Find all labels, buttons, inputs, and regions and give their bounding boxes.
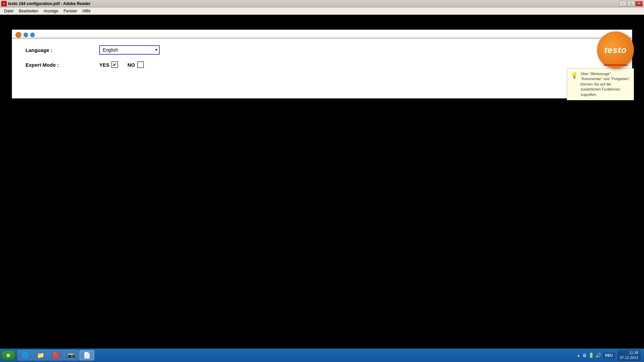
title-bar: A testo 184 configuration.pdf - Adobe Re… bbox=[0, 0, 644, 7]
menu-anzeige[interactable]: Anzeige bbox=[41, 8, 61, 14]
taskbar: ⊞ 🌐 📁 🔴 📷 📄 ▲ 🖥 🔋 🔊 DEU 11:38 07.12.2013 bbox=[0, 349, 644, 362]
language-label: Language : bbox=[25, 47, 99, 53]
tooltip-box: 💡 Über "Werkzeuge", "Kommentar" und "Fre… bbox=[567, 68, 634, 100]
taskbar-explorer[interactable]: 📁 bbox=[33, 350, 48, 360]
volume-icon: 🔊 bbox=[595, 353, 601, 358]
expert-mode-options: YES ✔ NO bbox=[99, 61, 147, 68]
menu-bar: Datei Bearbeiten Anzeige Fenster Hilfe bbox=[0, 7, 644, 15]
network-icon: 🖥 bbox=[582, 353, 587, 358]
testo-logo: testo bbox=[597, 32, 634, 68]
taskbar-reader[interactable]: 📄 bbox=[79, 350, 94, 360]
explorer-icon: 📁 bbox=[37, 352, 44, 359]
no-label: NO bbox=[127, 62, 135, 68]
close-button[interactable]: ✕ bbox=[635, 1, 643, 6]
minimize-button[interactable]: − bbox=[619, 1, 627, 6]
clock[interactable]: 11:38 07.12.2013 bbox=[617, 349, 641, 362]
language-indicator[interactable]: DEU bbox=[603, 353, 615, 358]
title-bar-left: A testo 184 configuration.pdf - Adobe Re… bbox=[1, 1, 91, 6]
yes-checkbox[interactable]: ✔ bbox=[111, 61, 118, 68]
menu-datei[interactable]: Datei bbox=[1, 8, 16, 14]
reader-icon: 📄 bbox=[83, 352, 91, 359]
window-title: testo 184 configuration.pdf - Adobe Read… bbox=[8, 1, 91, 6]
language-select[interactable]: English Deutsch Français bbox=[99, 45, 160, 55]
clock-time: 11:38 bbox=[620, 350, 638, 355]
taskbar-chrome[interactable]: 🔴 bbox=[49, 350, 63, 360]
no-checkbox[interactable] bbox=[137, 61, 144, 68]
menu-hilfe[interactable]: Hilfe bbox=[80, 8, 93, 14]
pdf-page: Language : English Deutsch Français ▼ Ex… bbox=[12, 38, 632, 99]
camera-icon: 📷 bbox=[68, 352, 75, 359]
menu-bearbeiten[interactable]: Bearbeiten bbox=[16, 8, 41, 14]
expert-mode-label: Expert Mode : bbox=[25, 62, 99, 68]
expert-mode-row: Expert Mode : YES ✔ NO bbox=[25, 61, 619, 68]
taskbar-ie[interactable]: 🌐 bbox=[18, 350, 33, 360]
start-icon: ⊞ bbox=[6, 353, 10, 358]
nav-dot-blue2 bbox=[30, 33, 35, 37]
restore-button[interactable]: □ bbox=[627, 1, 635, 6]
window-controls[interactable]: − □ ✕ bbox=[619, 1, 643, 6]
lightbulb-icon: 💡 bbox=[571, 71, 578, 80]
nav-dot-blue bbox=[23, 33, 28, 37]
testo-logo-text: testo bbox=[604, 45, 627, 55]
clock-date: 07.12.2013 bbox=[620, 355, 638, 360]
nav-dot-orange bbox=[15, 32, 21, 38]
ie-icon: 🌐 bbox=[21, 352, 29, 359]
tooltip-text: Über "Werkzeuge", "Kommentar" und "Freig… bbox=[581, 71, 630, 97]
menu-fenster[interactable]: Fenster bbox=[61, 8, 80, 14]
chrome-icon: 🔴 bbox=[52, 352, 60, 359]
tray-expand-icon[interactable]: ▲ bbox=[577, 354, 580, 357]
battery-icon: 🔋 bbox=[588, 353, 594, 358]
language-dropdown-wrapper[interactable]: English Deutsch Français ▼ bbox=[99, 45, 160, 55]
content-area: Language : English Deutsch Français ▼ Ex… bbox=[0, 15, 644, 349]
app-icon: A bbox=[1, 1, 7, 6]
taskbar-right: ▲ 🖥 🔋 🔊 DEU 11:38 07.12.2013 bbox=[577, 349, 643, 362]
testo-panel: testo 💡 Über "Werkzeuge", "Kommentar" un… bbox=[567, 32, 634, 100]
yes-label: YES bbox=[99, 62, 109, 68]
system-tray: 🖥 🔋 🔊 bbox=[582, 353, 601, 358]
taskbar-camera[interactable]: 📷 bbox=[64, 350, 79, 360]
language-row: Language : English Deutsch Français ▼ bbox=[25, 45, 619, 55]
start-button[interactable]: ⊞ bbox=[1, 350, 15, 360]
taskbar-apps: 🌐 📁 🔴 📷 📄 bbox=[18, 350, 94, 360]
